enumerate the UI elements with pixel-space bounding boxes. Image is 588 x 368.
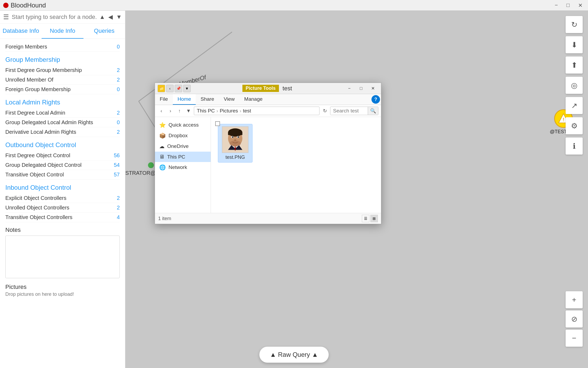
zoom-in-button[interactable]: + bbox=[566, 291, 583, 308]
forward-button[interactable]: › bbox=[167, 107, 174, 115]
transitive-controllers-count: 4 bbox=[109, 214, 120, 220]
unrolled-controllers-row[interactable]: Unrolled Object Controllers 2 bbox=[5, 203, 120, 213]
explorer-search-input[interactable] bbox=[330, 107, 368, 115]
sidebar-item-quick-access[interactable]: ⭐ Quick access bbox=[155, 120, 211, 130]
upload-button[interactable]: ⬆ bbox=[566, 56, 583, 74]
first-degree-group-label: First Degree Group Membership bbox=[5, 67, 82, 73]
explorer-window: 📁 ‹ 📌 ▼ Picture Tools test − □ ✕ File Ho… bbox=[155, 83, 381, 224]
ribbon-tab-manage[interactable]: Manage bbox=[239, 94, 267, 105]
ribbon-tab-file[interactable]: File bbox=[155, 94, 173, 105]
sidebar-item-network[interactable]: 🌐 Network bbox=[155, 162, 211, 173]
transitive-controllers-label: Transitive Object Controllers bbox=[5, 214, 73, 220]
derivative-admin-count: 2 bbox=[109, 129, 120, 135]
notes-textarea[interactable] bbox=[5, 236, 120, 278]
explorer-search-button[interactable]: 🔍 bbox=[368, 107, 378, 115]
sidebar-item-this-pc[interactable]: 🖥 This PC bbox=[155, 152, 211, 162]
foreign-members-row[interactable]: Foreign Members 0 bbox=[5, 42, 120, 52]
zoom-out-button[interactable]: − bbox=[566, 330, 583, 347]
explorer-close[interactable]: ✕ bbox=[367, 85, 378, 92]
item-count: 1 item bbox=[158, 216, 171, 221]
explorer-maximize[interactable]: □ bbox=[355, 85, 367, 92]
tb-pin[interactable]: 📌 bbox=[175, 85, 182, 92]
network-label: Network bbox=[169, 164, 187, 170]
group-delegated-admin-count: 0 bbox=[109, 119, 120, 126]
sidebar-item-dropbox[interactable]: 📦 Dropbox bbox=[155, 130, 211, 141]
ribbon-tab-view[interactable]: View bbox=[219, 94, 239, 105]
explorer-minimize[interactable]: − bbox=[344, 85, 355, 92]
this-pc-icon: 🖥 bbox=[159, 154, 165, 160]
filter-icon[interactable]: ▼ bbox=[116, 14, 122, 21]
transitive-obj-row[interactable]: Transitive Object Control 57 bbox=[5, 170, 120, 180]
explorer-sidebar: ⭐ Quick access 📦 Dropbox ☁ OneDrive 🖥 Th… bbox=[155, 117, 211, 213]
tab-node-info[interactable]: Node Info bbox=[42, 24, 83, 39]
ribbon: File Home Share View Manage ? bbox=[155, 94, 381, 105]
up-button[interactable]: ↑ bbox=[176, 107, 183, 115]
back-icon[interactable]: ◀ bbox=[108, 14, 113, 21]
first-degree-admin-label: First Degree Local Admin bbox=[5, 110, 65, 116]
target-button[interactable]: ◎ bbox=[566, 77, 583, 94]
outbound-title[interactable]: Outbound Object Control bbox=[5, 141, 120, 149]
right-toolbar: ↻ ⬇ ⬆ ◎ ↗ ⚙ ℹ bbox=[566, 16, 583, 155]
back-button[interactable]: ‹ bbox=[158, 107, 165, 115]
sidebar-item-onedrive[interactable]: ☁ OneDrive bbox=[155, 141, 211, 152]
foreign-group-row[interactable]: Foreign Group Membership 0 bbox=[5, 85, 120, 94]
local-admin-title[interactable]: Local Admin Rights bbox=[5, 99, 120, 106]
svg-point-11 bbox=[238, 136, 239, 138]
first-degree-obj-row[interactable]: First Degree Object Control 56 bbox=[5, 151, 120, 160]
transitive-controllers-row[interactable]: Transitive Object Controllers 4 bbox=[5, 213, 120, 222]
test-crumb: test bbox=[243, 108, 251, 114]
explorer-main[interactable]: test.PNG bbox=[211, 117, 381, 213]
group-delegated-obj-row[interactable]: Group Delegated Object Control 54 bbox=[5, 160, 120, 170]
view-grid-button[interactable]: ⊞ bbox=[370, 215, 378, 222]
refresh-addr-button[interactable]: ↻ bbox=[321, 107, 329, 115]
tab-queries[interactable]: Queries bbox=[83, 24, 125, 39]
refresh-button[interactable]: ↻ bbox=[566, 16, 583, 33]
breadcrumb[interactable]: This PC › Pictures › test bbox=[194, 107, 319, 115]
recent-button[interactable]: ▼ bbox=[185, 107, 192, 115]
search-input[interactable] bbox=[12, 14, 97, 21]
unrolled-member-row[interactable]: Unrolled Member Of 2 bbox=[5, 75, 120, 85]
onedrive-icon: ☁ bbox=[159, 143, 165, 149]
view-list-button[interactable]: ☰ bbox=[362, 215, 369, 222]
svg-rect-7 bbox=[228, 132, 242, 135]
dropbox-label: Dropbox bbox=[169, 133, 188, 139]
first-degree-group-row[interactable]: First Degree Group Membership 2 bbox=[5, 66, 120, 75]
tb-back[interactable]: ‹ bbox=[166, 85, 174, 92]
derivative-admin-row[interactable]: Derivative Local Admin Rights 2 bbox=[5, 127, 120, 137]
app-icon bbox=[3, 3, 9, 8]
group-delegated-admin-row[interactable]: Group Delegated Local Admin Rights 0 bbox=[5, 118, 120, 127]
chart-button[interactable]: ↗ bbox=[566, 97, 583, 114]
ribbon-tab-home[interactable]: Home bbox=[173, 94, 196, 105]
explicit-controllers-row[interactable]: Explicit Object Controllers 2 bbox=[5, 193, 120, 203]
first-degree-admin-row[interactable]: First Degree Local Admin 2 bbox=[5, 108, 120, 118]
raw-query-bar[interactable]: ▲ Raw Query ▲ bbox=[259, 347, 329, 363]
close-button[interactable]: ✕ bbox=[576, 1, 585, 10]
hamburger-icon[interactable]: ☰ bbox=[3, 13, 9, 21]
first-degree-obj-count: 56 bbox=[109, 152, 120, 159]
tab-database-info[interactable]: Database Info bbox=[0, 24, 42, 39]
settings-button[interactable]: ⚙ bbox=[566, 117, 583, 134]
unrolled-controllers-label: Unrolled Object Controllers bbox=[5, 205, 69, 211]
file-checkbox[interactable] bbox=[215, 121, 220, 126]
maximize-button[interactable]: □ bbox=[564, 1, 572, 10]
tb-down[interactable]: ▼ bbox=[183, 85, 191, 92]
title-bar: BloodHound − □ ✕ bbox=[0, 0, 588, 11]
help-icon[interactable]: ? bbox=[371, 95, 380, 104]
info-button[interactable]: ℹ bbox=[566, 138, 583, 155]
pictures-section: Pictures Drop pictures on here to upload… bbox=[5, 284, 120, 297]
group-membership-title[interactable]: Group Membership bbox=[5, 56, 120, 63]
minimize-button[interactable]: − bbox=[553, 1, 560, 10]
group-delegated-admin-label: Group Delegated Local Admin Rights bbox=[5, 119, 93, 126]
file-item-test-png[interactable]: test.PNG bbox=[218, 124, 253, 163]
pictures-drop[interactable]: Drop pictures on here to upload! bbox=[5, 292, 120, 297]
download-button[interactable]: ⬇ bbox=[566, 36, 583, 53]
zoom-lock-button[interactable]: ⊘ bbox=[566, 310, 583, 327]
alert-icon[interactable]: ▲ bbox=[99, 14, 105, 21]
quick-access-icon: ⭐ bbox=[159, 122, 166, 128]
notes-label: Notes bbox=[5, 227, 120, 233]
folder-icon[interactable]: 📁 bbox=[158, 85, 165, 92]
pictures-label: Pictures bbox=[5, 284, 120, 290]
inbound-title[interactable]: Inbound Object Control bbox=[5, 184, 120, 191]
ribbon-tab-share[interactable]: Share bbox=[196, 94, 219, 105]
explicit-controllers-label: Explicit Object Controllers bbox=[5, 195, 66, 201]
